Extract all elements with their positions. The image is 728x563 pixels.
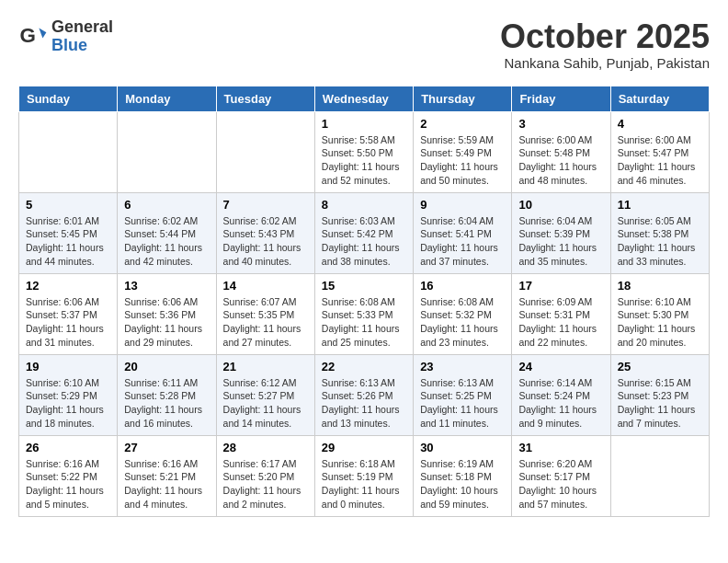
- calendar: SundayMondayTuesdayWednesdayThursdayFrid…: [18, 86, 710, 517]
- day-number: 11: [618, 198, 702, 212]
- calendar-cell: [118, 111, 216, 192]
- day-info: Sunrise: 6:02 AMSunset: 5:44 PMDaylight:…: [124, 214, 209, 269]
- calendar-cell: 25Sunrise: 6:15 AMSunset: 5:23 PMDayligh…: [610, 354, 709, 435]
- calendar-cell: 1Sunrise: 5:58 AMSunset: 5:50 PMDaylight…: [314, 111, 413, 192]
- logo-text: General Blue: [51, 18, 113, 55]
- calendar-cell: 2Sunrise: 5:59 AMSunset: 5:49 PMDaylight…: [414, 111, 512, 192]
- calendar-cell: 17Sunrise: 6:09 AMSunset: 5:31 PMDayligh…: [512, 273, 610, 354]
- calendar-cell: 22Sunrise: 6:13 AMSunset: 5:26 PMDayligh…: [314, 354, 413, 435]
- day-info: Sunrise: 6:06 AMSunset: 5:37 PMDaylight:…: [26, 295, 110, 350]
- calendar-week-row: 5Sunrise: 6:01 AMSunset: 5:45 PMDaylight…: [19, 192, 710, 273]
- day-number: 8: [322, 198, 406, 212]
- weekday-header: Tuesday: [216, 86, 314, 111]
- day-number: 18: [618, 279, 702, 293]
- calendar-cell: 16Sunrise: 6:08 AMSunset: 5:32 PMDayligh…: [414, 273, 512, 354]
- day-number: 2: [420, 117, 505, 131]
- weekday-header: Thursday: [414, 86, 512, 111]
- day-number: 15: [322, 279, 406, 293]
- calendar-cell: 31Sunrise: 6:20 AMSunset: 5:17 PMDayligh…: [512, 435, 610, 516]
- calendar-cell: 8Sunrise: 6:03 AMSunset: 5:42 PMDaylight…: [314, 192, 413, 273]
- day-info: Sunrise: 6:17 AMSunset: 5:20 PMDaylight:…: [223, 457, 308, 511]
- calendar-cell: 20Sunrise: 6:11 AMSunset: 5:28 PMDayligh…: [118, 354, 216, 435]
- calendar-cell: 13Sunrise: 6:06 AMSunset: 5:36 PMDayligh…: [118, 273, 216, 354]
- day-info: Sunrise: 6:11 AMSunset: 5:28 PMDaylight:…: [124, 376, 209, 431]
- day-info: Sunrise: 6:04 AMSunset: 5:41 PMDaylight:…: [420, 214, 505, 269]
- calendar-cell: 12Sunrise: 6:06 AMSunset: 5:37 PMDayligh…: [19, 273, 118, 354]
- weekday-header: Wednesday: [314, 86, 413, 111]
- calendar-cell: 26Sunrise: 6:16 AMSunset: 5:22 PMDayligh…: [19, 435, 118, 516]
- day-info: Sunrise: 6:09 AMSunset: 5:31 PMDaylight:…: [518, 295, 603, 350]
- day-number: 28: [223, 441, 308, 454]
- title-section: October 2025 Nankana Sahib, Punjab, Paki…: [500, 18, 710, 71]
- day-number: 19: [26, 360, 110, 373]
- day-info: Sunrise: 6:07 AMSunset: 5:35 PMDaylight:…: [223, 295, 308, 350]
- day-info: Sunrise: 6:20 AMSunset: 5:17 PMDaylight:…: [518, 457, 603, 511]
- day-number: 23: [420, 360, 505, 373]
- calendar-cell: 24Sunrise: 6:14 AMSunset: 5:24 PMDayligh…: [512, 354, 610, 435]
- logo-blue: Blue: [51, 37, 113, 55]
- day-info: Sunrise: 6:16 AMSunset: 5:21 PMDaylight:…: [124, 457, 209, 511]
- weekday-header: Friday: [512, 86, 610, 111]
- weekday-header: Sunday: [19, 86, 118, 111]
- day-info: Sunrise: 6:13 AMSunset: 5:26 PMDaylight:…: [322, 376, 406, 431]
- day-number: 10: [518, 198, 603, 212]
- day-info: Sunrise: 6:12 AMSunset: 5:27 PMDaylight:…: [223, 376, 308, 431]
- day-number: 4: [618, 117, 702, 131]
- calendar-cell: 5Sunrise: 6:01 AMSunset: 5:45 PMDaylight…: [19, 192, 118, 273]
- day-info: Sunrise: 6:14 AMSunset: 5:24 PMDaylight:…: [518, 376, 603, 431]
- day-info: Sunrise: 6:05 AMSunset: 5:38 PMDaylight:…: [618, 214, 702, 269]
- day-info: Sunrise: 5:58 AMSunset: 5:50 PMDaylight:…: [322, 133, 406, 188]
- calendar-cell: [216, 111, 314, 192]
- calendar-cell: 3Sunrise: 6:00 AMSunset: 5:48 PMDaylight…: [512, 111, 610, 192]
- logo-icon: G: [18, 22, 48, 52]
- day-number: 22: [322, 360, 406, 373]
- day-info: Sunrise: 6:16 AMSunset: 5:22 PMDaylight:…: [26, 457, 110, 511]
- day-number: 5: [26, 198, 110, 212]
- day-number: 17: [518, 279, 603, 293]
- calendar-cell: 6Sunrise: 6:02 AMSunset: 5:44 PMDaylight…: [118, 192, 216, 273]
- day-info: Sunrise: 6:13 AMSunset: 5:25 PMDaylight:…: [420, 376, 505, 431]
- day-info: Sunrise: 6:02 AMSunset: 5:43 PMDaylight:…: [223, 214, 308, 269]
- day-info: Sunrise: 6:08 AMSunset: 5:32 PMDaylight:…: [420, 295, 505, 350]
- calendar-cell: 19Sunrise: 6:10 AMSunset: 5:29 PMDayligh…: [19, 354, 118, 435]
- day-number: 1: [322, 117, 406, 131]
- day-number: 25: [618, 360, 702, 373]
- day-number: 7: [223, 198, 308, 212]
- day-number: 14: [223, 279, 308, 293]
- calendar-cell: 29Sunrise: 6:18 AMSunset: 5:19 PMDayligh…: [314, 435, 413, 516]
- calendar-cell: 27Sunrise: 6:16 AMSunset: 5:21 PMDayligh…: [118, 435, 216, 516]
- day-number: 12: [26, 279, 110, 293]
- calendar-cell: 28Sunrise: 6:17 AMSunset: 5:20 PMDayligh…: [216, 435, 314, 516]
- day-number: 13: [124, 279, 209, 293]
- svg-marker-1: [39, 28, 46, 38]
- month-title: October 2025: [500, 18, 710, 55]
- location: Nankana Sahib, Punjab, Pakistan: [500, 55, 710, 71]
- day-info: Sunrise: 6:00 AMSunset: 5:47 PMDaylight:…: [618, 133, 702, 188]
- day-info: Sunrise: 6:10 AMSunset: 5:30 PMDaylight:…: [618, 295, 702, 350]
- calendar-cell: 21Sunrise: 6:12 AMSunset: 5:27 PMDayligh…: [216, 354, 314, 435]
- page-header: G General Blue October 2025 Nankana Sahi…: [18, 18, 710, 71]
- calendar-week-row: 12Sunrise: 6:06 AMSunset: 5:37 PMDayligh…: [19, 273, 710, 354]
- day-info: Sunrise: 6:19 AMSunset: 5:18 PMDaylight:…: [420, 457, 505, 511]
- day-number: 16: [420, 279, 505, 293]
- day-number: 6: [124, 198, 209, 212]
- calendar-cell: 7Sunrise: 6:02 AMSunset: 5:43 PMDaylight…: [216, 192, 314, 273]
- day-number: 26: [26, 441, 110, 454]
- day-number: 24: [518, 360, 603, 373]
- day-info: Sunrise: 6:15 AMSunset: 5:23 PMDaylight:…: [618, 376, 702, 431]
- day-number: 30: [420, 441, 505, 454]
- day-number: 31: [518, 441, 603, 454]
- calendar-week-row: 1Sunrise: 5:58 AMSunset: 5:50 PMDaylight…: [19, 111, 710, 192]
- calendar-cell: 11Sunrise: 6:05 AMSunset: 5:38 PMDayligh…: [610, 192, 709, 273]
- calendar-cell: 9Sunrise: 6:04 AMSunset: 5:41 PMDaylight…: [414, 192, 512, 273]
- calendar-cell: 30Sunrise: 6:19 AMSunset: 5:18 PMDayligh…: [414, 435, 512, 516]
- day-info: Sunrise: 6:06 AMSunset: 5:36 PMDaylight:…: [124, 295, 209, 350]
- calendar-cell: [610, 435, 709, 516]
- svg-text:G: G: [20, 24, 36, 47]
- day-number: 29: [322, 441, 406, 454]
- calendar-cell: 23Sunrise: 6:13 AMSunset: 5:25 PMDayligh…: [414, 354, 512, 435]
- weekday-header-row: SundayMondayTuesdayWednesdayThursdayFrid…: [19, 86, 710, 111]
- weekday-header: Monday: [118, 86, 216, 111]
- calendar-cell: 15Sunrise: 6:08 AMSunset: 5:33 PMDayligh…: [314, 273, 413, 354]
- day-info: Sunrise: 5:59 AMSunset: 5:49 PMDaylight:…: [420, 133, 505, 188]
